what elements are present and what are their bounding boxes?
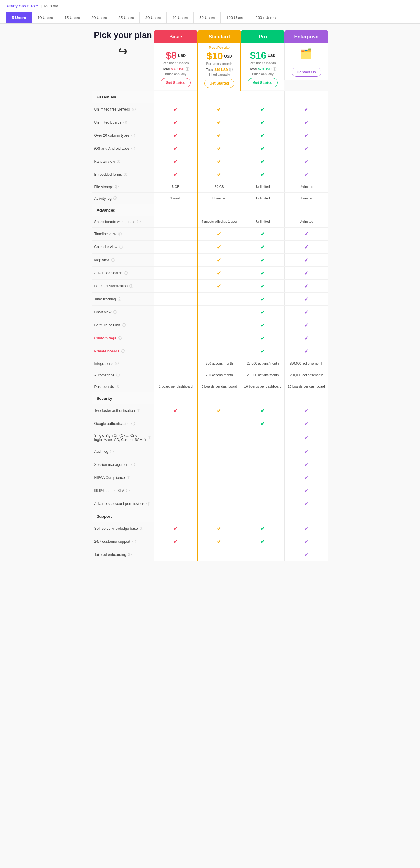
info-icon[interactable]: ⓘ [110,449,114,454]
info-icon[interactable]: ⓘ [131,462,135,467]
feature-cell-enterprise: ✔ [284,535,328,548]
billing-monthly[interactable]: Monthly [44,4,58,8]
feature-row: Audit log ⓘ ✔ [92,445,328,458]
info-icon[interactable]: ⓘ [116,372,120,378]
user-tab-50-users[interactable]: 50 Users [193,12,221,23]
info-icon[interactable]: ⓘ [137,219,141,224]
user-tab-25-users[interactable]: 25 Users [113,12,140,23]
feature-row: Embedded forms ⓘ ✔✔✔✔ [92,168,328,181]
feature-name: Map view [94,258,110,262]
check-icon: ✔ [217,257,221,263]
check-icon: ✔ [261,132,265,138]
section-spacer-enterprise [284,393,328,405]
user-tab-5-users[interactable]: 5 Users [6,12,32,23]
check-icon: ✔ [304,552,309,558]
plan-body-enterprise: 🗂️ Contact Us [284,43,328,80]
info-icon[interactable]: ⓘ [148,435,151,440]
check-icon: ✔ [217,538,221,545]
feature-cell-standard [198,445,241,458]
section-spacer-standard [198,91,241,103]
price-value: $8 [166,50,177,61]
user-tab-200+-users[interactable]: 200+ Users [249,12,281,23]
info-icon[interactable]: ⓘ [113,196,117,201]
check-icon: ✔ [217,158,221,164]
info-icon[interactable]: ⓘ [140,526,144,531]
info-icon[interactable]: ⓘ [229,68,233,72]
feature-cell-standard: ✔ [198,535,241,548]
info-icon[interactable]: ⓘ [131,133,135,138]
feature-cell-enterprise: Unlimited [284,181,328,193]
info-icon[interactable]: ⓘ [127,475,130,480]
info-icon[interactable]: ⓘ [113,310,117,315]
check-icon: ✔ [261,270,265,276]
feature-row: Calendar view ⓘ ✔✔✔ [92,241,328,254]
contact-us-button[interactable]: Contact Us [292,68,321,77]
section-advanced: Advanced [92,204,328,216]
feature-cell-pro: ✔ [241,417,285,430]
info-icon[interactable]: ⓘ [118,297,121,302]
price-currency: USD [178,54,186,58]
feature-cell-standard [198,484,241,497]
user-tab-20-users[interactable]: 20 Users [86,12,113,23]
info-icon[interactable]: ⓘ [186,67,189,71]
billing-yearly[interactable]: Yearly SAVE 18% [6,4,38,8]
info-icon[interactable]: ⓘ [118,336,122,341]
feature-name-cell: Custom tags ⓘ [92,332,154,345]
info-icon[interactable]: ⓘ [121,349,125,354]
info-icon[interactable]: ⓘ [111,258,115,263]
plan-header-enterprise: Enterprise 🗂️ Contact Us [284,30,328,91]
info-icon[interactable]: ⓘ [273,67,276,71]
pricing-table: Pick your plan ↪ Basic $8 USD Per user /… [92,30,328,561]
info-icon[interactable]: ⓘ [122,323,126,328]
user-tab-15-users[interactable]: 15 Users [59,12,86,23]
check-icon: ✔ [261,257,265,263]
section-spacer-pro [241,393,285,405]
info-icon[interactable]: ⓘ [124,172,127,177]
check-icon: ✔ [217,408,221,414]
info-icon[interactable]: ⓘ [116,384,119,389]
get-started-button-pro[interactable]: Get Started [248,78,278,87]
user-tab-30-users[interactable]: 30 Users [140,12,167,23]
info-icon[interactable]: ⓘ [124,271,128,276]
check-icon: ✔ [261,146,265,152]
info-icon[interactable]: ⓘ [115,184,119,189]
user-tab-100-users[interactable]: 100 Users [220,12,250,23]
info-icon[interactable]: ⓘ [131,421,135,427]
info-icon[interactable]: ⓘ [126,488,130,493]
feature-cell-standard [198,497,241,510]
info-icon[interactable]: ⓘ [131,146,135,151]
feature-cell-enterprise: ✔ [284,484,328,497]
check-icon: ✔ [261,538,265,545]
get-started-button-standard[interactable]: Get Started [204,79,234,88]
info-icon[interactable]: ⓘ [132,107,136,112]
cell-value: 5 GB [172,185,180,188]
info-icon[interactable]: ⓘ [147,501,150,506]
info-icon[interactable]: ⓘ [117,159,120,164]
section-title: Essentials [92,91,154,103]
feature-cell-standard [198,319,241,332]
info-icon[interactable]: ⓘ [119,245,123,250]
info-icon[interactable]: ⓘ [128,552,131,557]
feature-row: Forms customization ⓘ ✔✔✔ [92,280,328,293]
feature-name-cell: Over 20 column types ⓘ [92,129,154,142]
info-icon[interactable]: ⓘ [137,408,141,413]
feature-name-cell: Timeline view ⓘ [92,227,154,241]
cell-value: Unlimited [212,196,226,200]
feature-name-cell: Integrations ⓘ [92,358,154,369]
section-spacer-basic [154,204,198,216]
info-icon[interactable]: ⓘ [132,539,136,544]
info-icon[interactable]: ⓘ [123,120,127,125]
check-icon: ✔ [304,322,309,328]
info-icon[interactable]: ⓘ [115,361,119,366]
feature-row: Advanced search ⓘ ✔✔✔ [92,267,328,280]
feature-cell-basic: ✔ [154,155,198,168]
cell-value: 25,000 actions/month [247,362,279,365]
info-icon[interactable]: ⓘ [118,231,122,237]
info-icon[interactable]: ⓘ [129,284,133,289]
feature-name-cell: Session management ⓘ [92,458,154,471]
total-line: Total $39 USD ⓘ [157,67,195,72]
user-tab-40-users[interactable]: 40 Users [167,12,194,23]
cell-value: 1 week [171,196,181,200]
user-tab-10-users[interactable]: 10 Users [32,12,59,23]
get-started-button-basic[interactable]: Get Started [161,78,191,87]
